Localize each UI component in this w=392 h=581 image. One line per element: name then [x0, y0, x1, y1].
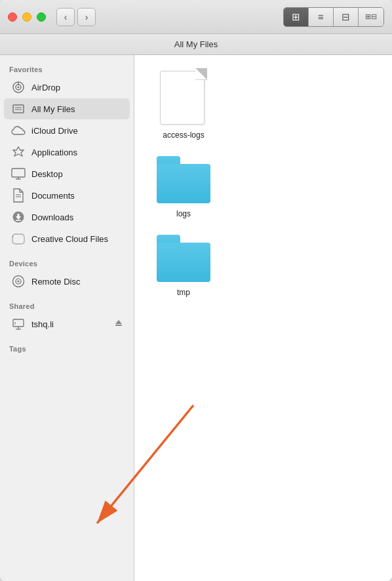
sidebar-item-remote-disc-label: Remote Disc [31, 277, 80, 287]
traffic-lights [8, 12, 46, 22]
sidebar-item-icloud[interactable]: iCloud Drive [4, 120, 130, 141]
sidebar-item-applications[interactable]: Applications [4, 142, 130, 163]
folder-icon-logs [157, 156, 210, 203]
titlebar: ‹ › ⊞ ≡ ⊟ ⊞⊟ [0, 0, 392, 34]
back-icon: ‹ [64, 12, 68, 22]
favorites-header: Favorites [0, 60, 134, 76]
grid-icon: ⊞ [292, 11, 300, 23]
sidebar-item-all-my-files[interactable]: All My Files [4, 98, 130, 119]
sidebar-item-airdrop-label: AirDrop [31, 83, 60, 92]
minimize-button[interactable] [22, 12, 31, 22]
file-item-access-logs[interactable]: access-logs [147, 68, 220, 140]
list-view-button[interactable]: ≡ [309, 8, 334, 26]
file-item-tmp[interactable]: tmp [147, 235, 220, 298]
sidebar-item-tshq[interactable]: tshq.li [4, 313, 130, 334]
creative-cloud-icon [10, 231, 26, 247]
svg-point-17 [18, 281, 20, 283]
forward-icon: › [85, 12, 88, 22]
file-item-logs[interactable]: logs [147, 156, 220, 219]
back-button[interactable]: ‹ [56, 8, 75, 26]
svg-rect-18 [13, 319, 24, 327]
document-icon-access-logs [160, 68, 207, 125]
eject-button[interactable] [114, 318, 123, 330]
file-name-tmp: tmp [174, 287, 193, 298]
applications-icon [10, 144, 26, 160]
disc-icon [10, 273, 26, 289]
devices-header: Devices [0, 254, 134, 270]
breadcrumb-title: All My Files [174, 39, 218, 49]
sidebar-item-creative-cloud-label: Creative Cloud Files [31, 234, 108, 244]
svg-point-2 [18, 87, 20, 89]
sidebar-item-downloads-label: Downloads [31, 212, 73, 222]
content-area: access-logs logs tmp [134, 55, 392, 581]
airdrop-icon [10, 79, 26, 95]
coverflow-icon: ⊞⊟ [365, 12, 377, 21]
shared-header: Shared [0, 297, 134, 313]
icloud-icon [10, 123, 26, 138]
all-my-files-icon [10, 101, 26, 117]
downloads-icon [10, 209, 26, 225]
sidebar-item-desktop-label: Desktop [31, 169, 63, 179]
sidebar-item-desktop[interactable]: Desktop [4, 163, 130, 184]
svg-rect-23 [115, 325, 122, 326]
sidebar-item-documents-label: Documents [31, 191, 75, 201]
column-view-button[interactable]: ⊟ [334, 8, 359, 26]
network-icon [10, 316, 26, 332]
finder-window: ‹ › ⊞ ≡ ⊟ ⊞⊟ All My Files [0, 0, 392, 581]
file-name-logs: logs [174, 209, 193, 219]
forward-button[interactable]: › [77, 8, 96, 26]
sidebar: Favorites AirDrop [0, 55, 134, 581]
icon-view-button[interactable]: ⊞ [284, 8, 309, 26]
maximize-button[interactable] [37, 12, 46, 22]
sidebar-item-tshq-label: tshq.li [31, 319, 54, 329]
svg-marker-22 [115, 320, 122, 324]
tags-header: Tags [0, 340, 134, 355]
breadcrumb-bar: All My Files [0, 34, 392, 55]
documents-icon [10, 188, 26, 203]
file-name-access-logs: access-logs [160, 130, 206, 140]
sidebar-item-airdrop[interactable]: AirDrop [4, 77, 130, 98]
sidebar-item-creative-cloud[interactable]: Creative Cloud Files [4, 228, 130, 249]
sidebar-item-downloads[interactable]: Downloads [4, 207, 130, 228]
sidebar-item-applications-label: Applications [31, 148, 77, 157]
close-button[interactable] [8, 12, 17, 22]
sidebar-item-icloud-label: iCloud Drive [31, 126, 78, 136]
folder-icon-tmp [157, 235, 210, 282]
list-icon: ≡ [318, 11, 324, 22]
sidebar-item-all-my-files-label: All My Files [31, 104, 75, 114]
svg-rect-4 [13, 105, 24, 113]
sidebar-item-remote-disc[interactable]: Remote Disc [4, 271, 130, 292]
view-buttons: ⊞ ≡ ⊟ ⊞⊟ [283, 7, 384, 27]
columns-icon: ⊟ [342, 11, 350, 23]
nav-buttons: ‹ › [56, 8, 96, 26]
desktop-icon [10, 166, 26, 182]
coverflow-view-button[interactable]: ⊞⊟ [359, 8, 383, 26]
sidebar-item-documents[interactable]: Documents [4, 185, 130, 206]
main-area: Favorites AirDrop [0, 55, 392, 581]
svg-rect-7 [12, 169, 25, 177]
